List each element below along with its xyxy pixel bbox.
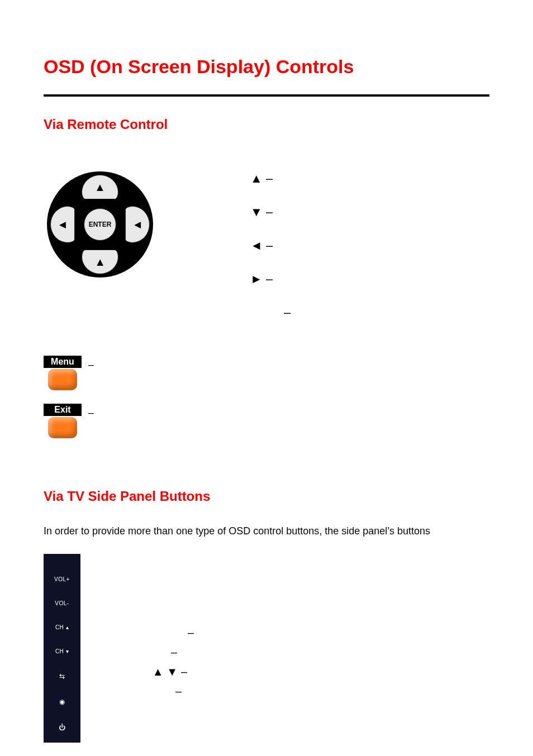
- panel-legend-row-1: –: [112, 626, 194, 639]
- panel-legend-2-dash: –: [171, 646, 177, 659]
- arrow-up-icon: ▲: [94, 181, 106, 193]
- section-panel-heading: Via TV Side Panel Buttons: [44, 489, 489, 504]
- menu-row: Menu –: [44, 356, 489, 390]
- menu-button-label: Menu: [44, 356, 82, 368]
- arrow-right-icon: ◄: [132, 219, 143, 230]
- dpad-enter: ENTER: [84, 208, 116, 241]
- panel-legend-4-dash: –: [175, 685, 182, 698]
- side-panel-graphic: VOL+ VOL- CH ▴ CH ▾ ⇆ ◉ ⏻: [44, 554, 80, 743]
- legend-extra: –: [284, 305, 291, 320]
- side-btn-ch-down: CH ▾: [55, 648, 69, 654]
- legend-right-symbol: ►: [250, 272, 263, 286]
- panel-row: VOL+ VOL- CH ▴ CH ▾ ⇆ ◉ ⏻ – – ▲ ▼ – –: [44, 554, 489, 743]
- panel-legend-1-dash: –: [188, 626, 194, 639]
- panel-legend-row-4: –: [112, 685, 194, 698]
- dpad-up: ▲: [82, 175, 118, 199]
- side-btn-power-icon: ⏻: [59, 724, 65, 731]
- legend-extra-dash: –: [284, 305, 291, 319]
- side-btn-ch-up: CH ▴: [55, 624, 69, 630]
- arrow-down-icon: ▲: [94, 256, 106, 267]
- section-panel: Via TV Side Panel Buttons In order to pr…: [44, 489, 489, 743]
- arrow-left-icon: ◄: [57, 219, 68, 230]
- dpad-graphic: ▲ ▲ ◄ ◄ ENTER: [44, 171, 155, 277]
- panel-legend-3-dash: –: [181, 666, 187, 678]
- page-title: OSD (On Screen Display) Controls: [44, 56, 489, 78]
- side-btn-vol-down: VOL-: [55, 600, 69, 606]
- legend-up-symbol: ▲: [250, 171, 263, 185]
- legend-down-symbol: ▼: [250, 205, 263, 219]
- panel-intro-text: In order to provide more than one type o…: [44, 524, 489, 538]
- panel-legend-3-lead: ▲ ▼: [112, 666, 178, 678]
- legend-down: ▼ –: [250, 205, 291, 219]
- legend-up-dash: –: [266, 171, 273, 185]
- legend-left: ◄ –: [250, 238, 291, 253]
- dpad-down: ▲: [82, 250, 118, 274]
- dpad-right: ◄: [125, 206, 150, 243]
- menu-button-graphic: Menu: [44, 356, 82, 390]
- exit-button-label: Exit: [44, 404, 82, 416]
- legend-right-dash: –: [266, 272, 273, 286]
- menu-button-icon: [48, 369, 77, 390]
- legend-up: ▲ –: [250, 171, 291, 186]
- side-btn-vol-up: VOL+: [54, 576, 70, 582]
- panel-legend-row-2: –: [112, 646, 194, 659]
- title-divider: [44, 94, 489, 97]
- dpad: ▲ ▲ ◄ ◄ ENTER: [47, 171, 153, 277]
- panel-legend-1-lead: [112, 626, 184, 639]
- section-remote-heading: Via Remote Control: [44, 117, 489, 132]
- dpad-left: ◄: [50, 206, 75, 243]
- dpad-legend: ▲ – ▼ – ◄ – ► – –: [250, 171, 291, 339]
- legend-left-symbol: ◄: [250, 238, 263, 252]
- panel-legend-4-lead: [112, 685, 172, 698]
- remote-control-row: ▲ ▲ ◄ ◄ ENTER ▲ – ▼ – ◄ – ► – –: [44, 171, 489, 339]
- legend-left-dash: –: [266, 238, 273, 252]
- panel-legend-2-lead: [112, 646, 168, 659]
- menu-dash: –: [88, 356, 94, 371]
- exit-row: Exit –: [44, 404, 489, 438]
- legend-right: ► –: [250, 272, 291, 286]
- menu-exit-block: Menu – Exit –: [44, 356, 489, 438]
- exit-button-graphic: Exit: [44, 404, 82, 438]
- exit-button-icon: [48, 417, 77, 438]
- panel-legend: – – ▲ ▼ – –: [112, 554, 194, 705]
- legend-down-dash: –: [266, 205, 273, 219]
- side-btn-input-icon: ⇆: [59, 672, 65, 680]
- panel-legend-row-3: ▲ ▼ –: [112, 666, 194, 678]
- exit-dash: –: [88, 404, 94, 419]
- side-btn-menu-icon: ◉: [59, 698, 65, 706]
